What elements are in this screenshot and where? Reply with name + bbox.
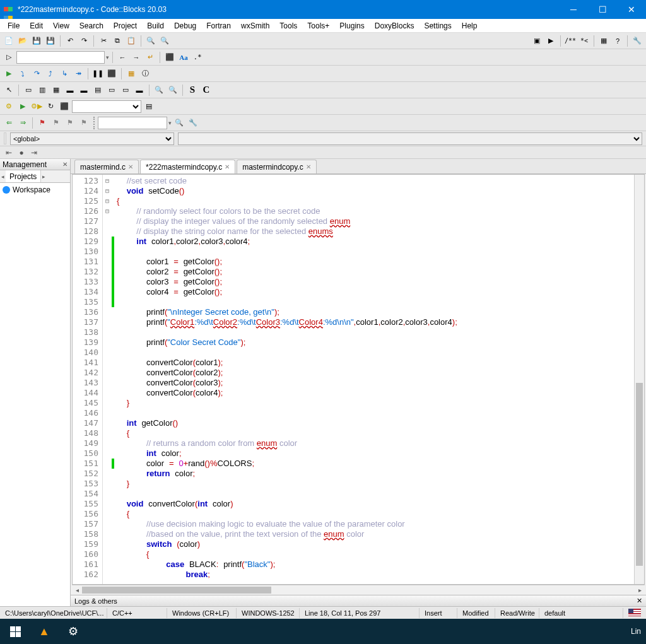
code-editor[interactable]: 123 124 125 126 127 128 129 130 131 132 … bbox=[72, 174, 645, 585]
tab-close-icon[interactable]: ✕ bbox=[128, 163, 133, 170]
highlight-icon[interactable]: ⬛ bbox=[163, 51, 176, 64]
doxy-run-icon[interactable]: ▶ bbox=[544, 35, 557, 47]
rect4-icon[interactable]: ▬ bbox=[64, 84, 76, 97]
logs-panel-header[interactable]: Logs & others ✕ bbox=[71, 595, 646, 606]
jump-icon[interactable]: ↵ bbox=[144, 51, 156, 64]
menu-edit[interactable]: Edit bbox=[25, 20, 48, 32]
match-case-icon[interactable]: Aa bbox=[177, 51, 190, 64]
vertical-scrollbar[interactable] bbox=[634, 175, 644, 584]
menu-build[interactable]: Build bbox=[142, 20, 169, 32]
mgmt-header[interactable]: Management ✕ bbox=[0, 159, 70, 170]
doxy-config-icon[interactable]: 🔧 bbox=[631, 35, 643, 47]
titlebar[interactable]: *222mastermindcopy.c - Code::Blocks 20.0… bbox=[0, 0, 646, 19]
fold-column[interactable]: ⊟ ⊟ ⊟ ⊟ bbox=[103, 175, 112, 584]
menu-tools+[interactable]: Tools+ bbox=[302, 20, 334, 32]
step-into-icon[interactable]: ⤵ bbox=[16, 67, 29, 80]
regex-icon[interactable]: .* bbox=[191, 51, 204, 64]
run-to-cursor-icon[interactable]: ▷ bbox=[3, 51, 15, 64]
step-instr-icon[interactable]: ↳ bbox=[58, 67, 71, 80]
hscroll-thumb[interactable] bbox=[82, 587, 271, 594]
target-combo[interactable] bbox=[16, 51, 105, 64]
menu-file[interactable]: File bbox=[3, 20, 25, 32]
tab-close-icon[interactable]: ✕ bbox=[225, 163, 230, 170]
minimize-button[interactable]: ─ bbox=[559, 0, 588, 19]
code-content[interactable]: //set secret code void setCode() { // ra… bbox=[114, 175, 634, 584]
save-icon[interactable]: 💾 bbox=[30, 35, 43, 47]
horizontal-scrollbar[interactable]: ◂ ▸ bbox=[72, 585, 645, 595]
copy-icon[interactable]: ⧉ bbox=[111, 35, 124, 47]
rect3-icon[interactable]: ▦ bbox=[50, 84, 62, 97]
step-out-icon[interactable]: ⤴ bbox=[44, 67, 57, 80]
hscroll-right-icon[interactable]: ▸ bbox=[635, 585, 645, 595]
menu-settings[interactable]: Settings bbox=[419, 20, 456, 32]
maximize-button[interactable]: ☐ bbox=[588, 0, 617, 19]
rect7-icon[interactable]: ▭ bbox=[105, 84, 118, 97]
mgmt-tree[interactable]: Workspace bbox=[0, 183, 70, 606]
close-button[interactable]: ✕ bbox=[617, 0, 646, 19]
doxy-block-comment-icon[interactable]: /** bbox=[564, 35, 577, 47]
file-tab[interactable]: mastermindcopy.c✕ bbox=[237, 160, 316, 173]
scope-right-combo[interactable] bbox=[178, 132, 642, 145]
rect1-icon[interactable]: ▭ bbox=[22, 84, 35, 97]
menu-plugins[interactable]: Plugins bbox=[334, 20, 369, 32]
bold-s-icon[interactable]: S bbox=[186, 84, 199, 97]
prev-bm-icon[interactable]: ⇐ bbox=[3, 117, 15, 129]
new-file-icon[interactable]: 📄 bbox=[3, 35, 15, 47]
taskbar[interactable]: ▲ ⚙ Lin bbox=[0, 619, 646, 644]
run-icon[interactable]: ▶ bbox=[16, 100, 29, 113]
file-tab[interactable]: *222mastermindcopy.c✕ bbox=[140, 160, 235, 173]
next-instr-icon[interactable]: ↠ bbox=[72, 67, 85, 80]
undo-icon[interactable]: ↶ bbox=[64, 35, 76, 47]
scroll-thumb[interactable] bbox=[636, 383, 643, 566]
menu-doxyblocks[interactable]: DoxyBlocks bbox=[370, 20, 420, 32]
rect5-icon[interactable]: ▬ bbox=[78, 84, 90, 97]
doxy-line-comment-icon[interactable]: *< bbox=[578, 35, 590, 47]
menu-tools[interactable]: Tools bbox=[274, 20, 302, 32]
hscroll-left-icon[interactable]: ◂ bbox=[72, 585, 82, 595]
select-icon[interactable]: ↖ bbox=[3, 84, 15, 97]
open-file-icon[interactable]: 📂 bbox=[16, 35, 29, 47]
menu-help[interactable]: Help bbox=[457, 20, 483, 32]
step-over-icon[interactable]: ↷ bbox=[30, 67, 43, 80]
rebuild-icon[interactable]: ↻ bbox=[44, 100, 57, 113]
target-props-icon[interactable]: ▤ bbox=[143, 100, 155, 113]
menu-view[interactable]: View bbox=[48, 20, 74, 32]
forward-icon[interactable]: → bbox=[130, 51, 143, 64]
info-icon[interactable]: ⓘ bbox=[139, 67, 151, 80]
mgmt-tab-scroll-left-icon[interactable]: ◂ bbox=[0, 170, 6, 182]
build-icon[interactable]: ⚙ bbox=[3, 100, 15, 113]
workspace-node[interactable]: Workspace bbox=[3, 185, 68, 194]
rect8-icon[interactable]: ▭ bbox=[119, 84, 132, 97]
logs-close-icon[interactable]: ✕ bbox=[637, 597, 642, 605]
menu-wxsmith[interactable]: wxSmith bbox=[236, 20, 274, 32]
taskbar-app-settings[interactable]: ⚙ bbox=[61, 619, 86, 644]
pause-icon[interactable]: ❚❚ bbox=[91, 67, 104, 80]
save-all-icon[interactable]: 💾 bbox=[44, 35, 57, 47]
paste-icon[interactable]: 📋 bbox=[125, 35, 138, 47]
bold-c-icon[interactable]: C bbox=[200, 84, 213, 97]
zoom-out-icon[interactable]: 🔍 bbox=[167, 84, 179, 97]
wrench-icon[interactable]: 🔧 bbox=[187, 117, 199, 129]
scope-left-combo[interactable]: <global> bbox=[10, 132, 174, 145]
start-button[interactable] bbox=[3, 619, 28, 644]
status-flag[interactable] bbox=[623, 607, 646, 619]
mgmt-close-icon[interactable]: ✕ bbox=[62, 161, 68, 168]
rect6-icon[interactable]: ▤ bbox=[91, 84, 104, 97]
back-icon[interactable]: ← bbox=[116, 51, 129, 64]
redo-icon[interactable]: ↷ bbox=[78, 35, 90, 47]
file-tab[interactable]: mastermind.c✕ bbox=[74, 160, 139, 173]
stop-icon[interactable]: ⬛ bbox=[105, 67, 118, 80]
build-target-combo[interactable] bbox=[72, 100, 141, 113]
doxy-html-icon[interactable]: ▦ bbox=[597, 35, 610, 47]
taskbar-app-vlc[interactable]: ▲ bbox=[32, 619, 57, 644]
doxy-icon[interactable]: ▣ bbox=[531, 35, 543, 47]
find-replace-icon[interactable]: 🔍 bbox=[158, 35, 171, 47]
abort-icon[interactable]: ⬛ bbox=[58, 100, 71, 113]
jump-mark-icon[interactable]: ● bbox=[16, 148, 26, 158]
cut-icon[interactable]: ✂ bbox=[97, 35, 110, 47]
flag-clear-icon[interactable]: ⚑ bbox=[78, 117, 90, 129]
search-icon[interactable]: 🔍 bbox=[173, 117, 185, 129]
menu-fortran[interactable]: Fortran bbox=[201, 20, 236, 32]
build-run-icon[interactable]: ⚙▶ bbox=[30, 100, 43, 113]
mgmt-tab-projects[interactable]: Projects bbox=[6, 170, 41, 182]
